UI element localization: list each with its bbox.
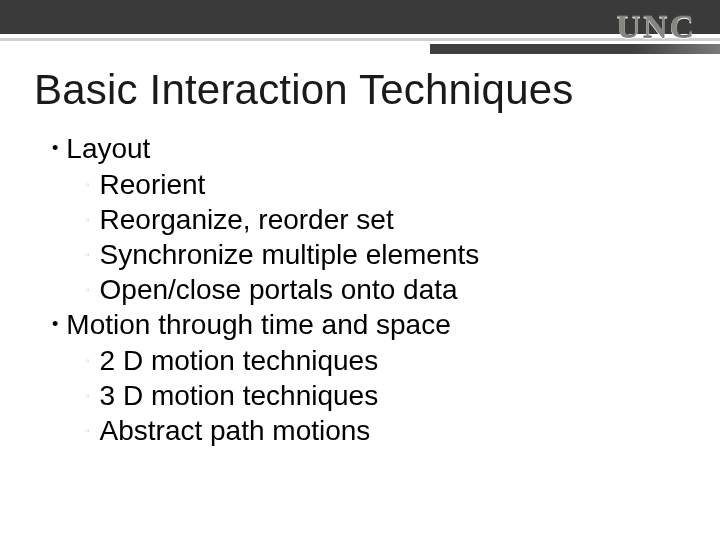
list-item-label: Reorient: [100, 168, 206, 202]
sub-bullet-icon: ▫: [86, 344, 90, 378]
list-item-label: Reorganize, reorder set: [100, 203, 394, 237]
content-area: • Layout ▫ Reorient ▫ Reorganize, reorde…: [52, 132, 680, 449]
list-item-label: Abstract path motions: [100, 414, 371, 448]
page-title: Basic Interaction Techniques: [34, 66, 573, 114]
list-item-label: 3 D motion techniques: [100, 379, 379, 413]
sub-bullet-icon: ▫: [86, 414, 90, 448]
slide: UNC Basic Interaction Techniques • Layou…: [0, 0, 720, 540]
logo-text: UNC: [616, 8, 696, 46]
list-item: ▫ Open/close portals onto data: [86, 273, 680, 307]
sub-bullet-icon: ▫: [86, 168, 90, 202]
sub-bullet-icon: ▫: [86, 238, 90, 272]
list-item-label: 2 D motion techniques: [100, 344, 379, 378]
sub-bullet-icon: ▫: [86, 379, 90, 413]
list-item: ▫ Synchronize multiple elements: [86, 238, 680, 272]
sub-bullet-icon: ▫: [86, 203, 90, 237]
list-item: • Motion through time and space: [52, 308, 680, 342]
list-item: • Layout: [52, 132, 680, 166]
list-item-label: Motion through time and space: [66, 308, 450, 342]
list-item-label: Layout: [66, 132, 150, 166]
list-item: ▫ Abstract path motions: [86, 414, 680, 448]
list-item: ▫ Reorient: [86, 168, 680, 202]
list-item-label: Open/close portals onto data: [100, 273, 458, 307]
list-item: ▫ 2 D motion techniques: [86, 344, 680, 378]
header-bar: [0, 0, 720, 34]
bullet-icon: •: [52, 132, 58, 164]
list-item-label: Synchronize multiple elements: [100, 238, 480, 272]
sub-bullet-icon: ▫: [86, 273, 90, 307]
bullet-icon: •: [52, 308, 58, 340]
list-item: ▫ Reorganize, reorder set: [86, 203, 680, 237]
header-divider: [0, 38, 720, 41]
list-item: ▫ 3 D motion techniques: [86, 379, 680, 413]
